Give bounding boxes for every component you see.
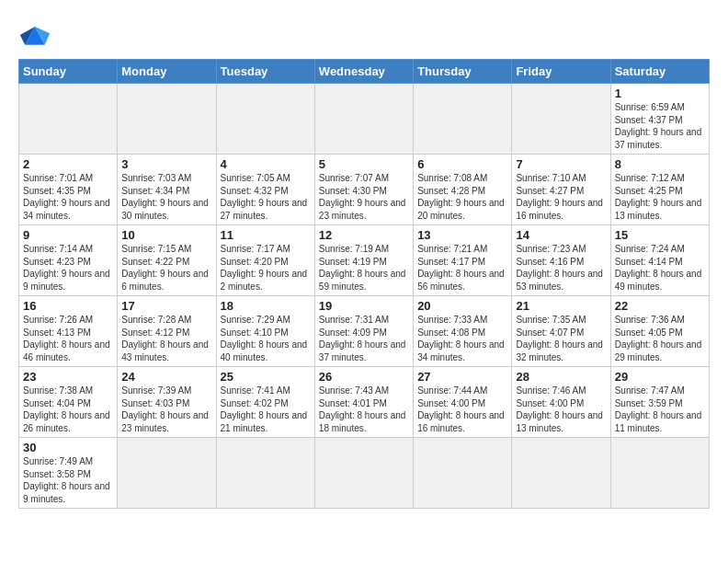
day-info: Sunrise: 7:15 AM Sunset: 4:22 PM Dayligh…: [121, 243, 211, 293]
day-info: Sunrise: 7:49 AM Sunset: 3:58 PM Dayligh…: [23, 455, 113, 505]
week-row-4: 23Sunrise: 7:38 AM Sunset: 4:04 PM Dayli…: [19, 367, 710, 438]
page: SundayMondayTuesdayWednesdayThursdayFrid…: [0, 0, 728, 563]
day-number: 11: [221, 228, 311, 242]
day-cell: 18Sunrise: 7:29 AM Sunset: 4:10 PM Dayli…: [216, 296, 314, 367]
weekday-header-thursday: Thursday: [414, 60, 512, 84]
day-info: Sunrise: 7:19 AM Sunset: 4:19 PM Dayligh…: [319, 243, 409, 293]
day-cell: 14Sunrise: 7:23 AM Sunset: 4:16 PM Dayli…: [512, 225, 610, 296]
week-row-1: 2Sunrise: 7:01 AM Sunset: 4:35 PM Daylig…: [19, 155, 710, 225]
week-row-0: 1Sunrise: 6:59 AM Sunset: 4:37 PM Daylig…: [19, 84, 710, 155]
day-cell: 24Sunrise: 7:39 AM Sunset: 4:03 PM Dayli…: [118, 367, 216, 438]
day-info: Sunrise: 7:24 AM Sunset: 4:14 PM Dayligh…: [615, 243, 705, 293]
day-cell: 26Sunrise: 7:43 AM Sunset: 4:01 PM Dayli…: [314, 367, 413, 438]
week-row-2: 9Sunrise: 7:14 AM Sunset: 4:23 PM Daylig…: [19, 225, 710, 296]
weekday-header-sunday: Sunday: [19, 60, 118, 84]
day-info: Sunrise: 7:46 AM Sunset: 4:00 PM Dayligh…: [516, 385, 606, 434]
day-cell: [216, 84, 314, 155]
day-info: Sunrise: 7:26 AM Sunset: 4:13 PM Dayligh…: [23, 314, 113, 363]
day-number: 26: [319, 370, 409, 384]
day-info: Sunrise: 7:38 AM Sunset: 4:04 PM Dayligh…: [23, 385, 113, 434]
day-cell: [118, 438, 216, 509]
day-info: Sunrise: 7:44 AM Sunset: 4:00 PM Dayligh…: [417, 385, 507, 434]
day-cell: 28Sunrise: 7:46 AM Sunset: 4:00 PM Dayli…: [512, 367, 610, 438]
day-cell: [512, 84, 610, 155]
day-number: 12: [319, 228, 409, 242]
day-info: Sunrise: 7:28 AM Sunset: 4:12 PM Dayligh…: [121, 314, 211, 363]
day-number: 4: [221, 157, 311, 171]
day-cell: [216, 438, 314, 509]
day-info: Sunrise: 7:31 AM Sunset: 4:09 PM Dayligh…: [319, 314, 409, 363]
day-number: 8: [615, 157, 705, 171]
day-number: 30: [23, 441, 113, 454]
day-number: 13: [417, 228, 507, 242]
day-cell: [414, 438, 512, 509]
day-number: 15: [615, 228, 705, 242]
weekday-header-saturday: Saturday: [610, 60, 709, 84]
weekday-header-monday: Monday: [118, 60, 216, 84]
day-cell: 10Sunrise: 7:15 AM Sunset: 4:22 PM Dayli…: [118, 225, 216, 296]
day-cell: 22Sunrise: 7:36 AM Sunset: 4:05 PM Dayli…: [610, 296, 709, 367]
day-number: 10: [121, 228, 211, 242]
day-info: Sunrise: 7:21 AM Sunset: 4:17 PM Dayligh…: [417, 243, 507, 293]
day-info: Sunrise: 7:47 AM Sunset: 3:59 PM Dayligh…: [615, 385, 705, 434]
day-info: Sunrise: 7:03 AM Sunset: 4:34 PM Dayligh…: [121, 172, 211, 222]
day-number: 9: [23, 228, 113, 242]
day-number: 28: [516, 370, 606, 384]
day-info: Sunrise: 7:07 AM Sunset: 4:30 PM Dayligh…: [319, 172, 409, 222]
day-cell: 5Sunrise: 7:07 AM Sunset: 4:30 PM Daylig…: [314, 155, 413, 225]
day-cell: [314, 438, 413, 509]
day-cell: 15Sunrise: 7:24 AM Sunset: 4:14 PM Dayli…: [610, 225, 709, 296]
day-cell: 1Sunrise: 6:59 AM Sunset: 4:37 PM Daylig…: [610, 84, 709, 155]
day-cell: 3Sunrise: 7:03 AM Sunset: 4:34 PM Daylig…: [118, 155, 216, 225]
weekday-header-friday: Friday: [512, 60, 610, 84]
day-number: 27: [417, 370, 507, 384]
day-info: Sunrise: 7:12 AM Sunset: 4:25 PM Dayligh…: [615, 172, 705, 222]
day-info: Sunrise: 7:35 AM Sunset: 4:07 PM Dayligh…: [516, 314, 606, 363]
day-cell: [414, 84, 512, 155]
day-number: 21: [516, 299, 606, 313]
day-number: 20: [417, 299, 507, 313]
day-cell: 29Sunrise: 7:47 AM Sunset: 3:59 PM Dayli…: [610, 367, 709, 438]
day-number: 17: [121, 299, 211, 313]
day-info: Sunrise: 7:43 AM Sunset: 4:01 PM Dayligh…: [319, 385, 409, 434]
day-info: Sunrise: 7:41 AM Sunset: 4:02 PM Dayligh…: [221, 385, 311, 434]
day-cell: [314, 84, 413, 155]
day-cell: 30Sunrise: 7:49 AM Sunset: 3:58 PM Dayli…: [19, 438, 118, 509]
day-cell: 20Sunrise: 7:33 AM Sunset: 4:08 PM Dayli…: [414, 296, 512, 367]
day-cell: 25Sunrise: 7:41 AM Sunset: 4:02 PM Dayli…: [216, 367, 314, 438]
day-info: Sunrise: 7:17 AM Sunset: 4:20 PM Dayligh…: [221, 243, 311, 293]
day-cell: [19, 84, 118, 155]
day-cell: 19Sunrise: 7:31 AM Sunset: 4:09 PM Dayli…: [314, 296, 413, 367]
day-info: Sunrise: 7:36 AM Sunset: 4:05 PM Dayligh…: [615, 314, 705, 363]
weekday-header-row: SundayMondayTuesdayWednesdayThursdayFrid…: [19, 60, 710, 84]
day-info: Sunrise: 6:59 AM Sunset: 4:37 PM Dayligh…: [615, 101, 705, 151]
day-info: Sunrise: 7:39 AM Sunset: 4:03 PM Dayligh…: [121, 385, 211, 434]
day-number: 25: [221, 370, 311, 384]
day-cell: 9Sunrise: 7:14 AM Sunset: 4:23 PM Daylig…: [19, 225, 118, 296]
day-number: 7: [516, 157, 606, 171]
day-cell: 4Sunrise: 7:05 AM Sunset: 4:32 PM Daylig…: [216, 155, 314, 225]
day-info: Sunrise: 7:05 AM Sunset: 4:32 PM Dayligh…: [221, 172, 311, 222]
day-cell: 7Sunrise: 7:10 AM Sunset: 4:27 PM Daylig…: [512, 155, 610, 225]
day-number: 6: [417, 157, 507, 171]
day-info: Sunrise: 7:33 AM Sunset: 4:08 PM Dayligh…: [417, 314, 507, 363]
day-number: 14: [516, 228, 606, 242]
day-number: 29: [615, 370, 705, 384]
day-info: Sunrise: 7:14 AM Sunset: 4:23 PM Dayligh…: [23, 243, 113, 293]
weekday-header-tuesday: Tuesday: [216, 60, 314, 84]
week-row-3: 16Sunrise: 7:26 AM Sunset: 4:13 PM Dayli…: [19, 296, 710, 367]
day-cell: 12Sunrise: 7:19 AM Sunset: 4:19 PM Dayli…: [314, 225, 413, 296]
logo: [18, 18, 55, 52]
day-info: Sunrise: 7:23 AM Sunset: 4:16 PM Dayligh…: [516, 243, 606, 293]
logo-icon: [18, 18, 51, 52]
day-info: Sunrise: 7:29 AM Sunset: 4:10 PM Dayligh…: [221, 314, 311, 363]
day-number: 18: [221, 299, 311, 313]
day-info: Sunrise: 7:08 AM Sunset: 4:28 PM Dayligh…: [417, 172, 507, 222]
day-number: 22: [615, 299, 705, 313]
day-number: 2: [23, 157, 113, 171]
day-number: 16: [23, 299, 113, 313]
day-number: 23: [23, 370, 113, 384]
header: [18, 15, 710, 52]
day-number: 5: [319, 157, 409, 171]
week-row-5: 30Sunrise: 7:49 AM Sunset: 3:58 PM Dayli…: [19, 438, 710, 509]
